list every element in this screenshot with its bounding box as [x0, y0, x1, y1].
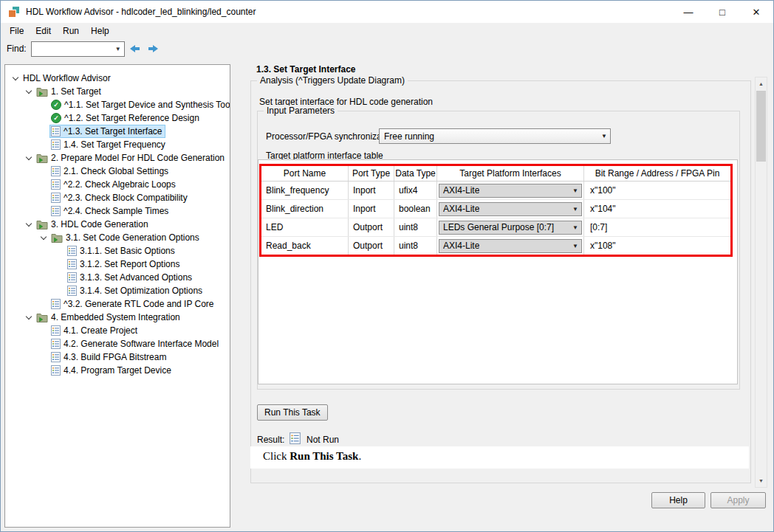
section-title: 1.3. Set Target Interface — [256, 64, 356, 75]
run-task-button[interactable]: Run This Task — [257, 404, 328, 421]
tree-node[interactable]: ✓ 2. Prepare Model For HDL Code Gener — [35, 151, 227, 165]
message-box: Click Run This Task. — [250, 446, 749, 469]
cell-bit-range: x"108" — [584, 237, 730, 255]
tree-node[interactable]: ✓ ^1.3. Set Target Interface — [49, 125, 165, 138]
chevron-down-icon[interactable] — [23, 311, 35, 323]
sync-dropdown[interactable]: Free running ▼ — [379, 128, 611, 144]
tree-node[interactable]: ✓ 3.1.3. Set Advanced Options — [66, 271, 195, 284]
interface-dropdown-value: AXI4-Lite — [443, 204, 479, 214]
interface-dropdown[interactable]: AXI4-Lite ▼ — [439, 202, 582, 216]
tree-item-label: 3.1.1. Set Basic Options — [80, 246, 175, 256]
tree-node[interactable]: ✓ 4.1. Create Project — [49, 324, 140, 337]
tree-item[interactable]: ✓ 1. Set Target — [5, 85, 230, 98]
tree-node[interactable]: ✓ 3.1. Set Code Generation Options — [49, 231, 202, 244]
find-next-button[interactable] — [145, 41, 162, 57]
cell-bit-range: x"104" — [584, 200, 730, 218]
find-label: Find: — [7, 44, 27, 54]
tree-node[interactable]: ✓ ^2.4. Check Sample Times — [49, 204, 171, 218]
dropdown-arrow-icon[interactable]: ▼ — [112, 46, 124, 52]
tree-item-label: ^2.2. Check Algebraic Loops — [64, 179, 176, 190]
message-bold: Run This Task — [290, 450, 358, 462]
help-button[interactable]: Help — [651, 492, 705, 508]
find-input[interactable] — [32, 43, 112, 55]
menu-edit[interactable]: Edit — [30, 24, 57, 38]
task-icon — [51, 339, 61, 349]
tree-item[interactable]: ✓ 4.3. Build FPGA Bitstream — [5, 350, 230, 364]
find-combobox[interactable]: ▼ — [31, 41, 125, 57]
tree-item[interactable]: ✓ 4.2. Generate Software Interface Mo — [5, 337, 230, 350]
tree-node[interactable]: ✓ 3.1.2. Set Report Options — [66, 258, 182, 271]
result-task-icon — [290, 432, 301, 446]
scroll-up-button[interactable]: ▲ — [756, 77, 767, 90]
input-parameters-legend: Input Parameters — [264, 106, 338, 116]
tree-node[interactable]: ✓ 3. HDL Code Generation — [35, 218, 151, 231]
menu-help[interactable]: Help — [85, 24, 115, 38]
tree-item-label: ^2.3. Check Block Compatibility — [64, 193, 188, 203]
tree-item[interactable]: ✓ HDL Workflow Advisor — [5, 72, 230, 85]
tree-item[interactable]: ✓ 2.1. Check Global Settings — [5, 165, 230, 178]
tree-item[interactable]: ✓ 3. HDL Code Generation — [5, 218, 230, 231]
tree-node[interactable]: ✓ 1.4. Set Target Frequency — [49, 138, 168, 151]
tree-item[interactable]: ✓ 3.1.3. Set Advanced Options — [5, 271, 230, 284]
tree-item[interactable]: ✓ ^1.2. Set Target Reference Design — [5, 111, 230, 125]
tree-item[interactable]: ✓ ^2.3. Check Block Compatibility — [5, 191, 230, 204]
tree-item[interactable]: ✓ 3.1.2. Set Report Options — [5, 258, 230, 271]
close-button[interactable]: ✕ — [739, 1, 773, 23]
tree-node[interactable]: ✓ 4.4. Program Target Device — [49, 364, 174, 377]
window-controls: — □ ✕ — [671, 1, 773, 23]
scroll-thumb[interactable] — [756, 91, 766, 162]
find-previous-button[interactable] — [127, 41, 143, 57]
tree-node[interactable]: ✓ HDL Workflow Advisor — [21, 72, 114, 85]
tree-item[interactable]: ✓ 3.1. Set Code Generation Options — [5, 231, 230, 244]
folder-icon — [36, 153, 48, 163]
dropdown-arrow-icon: ▼ — [598, 133, 610, 139]
tree-node[interactable]: ✓ 4.3. Build FPGA Bitstream — [49, 350, 169, 364]
tree-item[interactable]: ✓ ^2.4. Check Sample Times — [5, 204, 230, 218]
tree-node[interactable]: ✓ ^1.1. Set Target Device and Synthes — [49, 98, 230, 111]
task-icon — [51, 299, 61, 309]
tree-node[interactable]: ✓ ^1.2. Set Target Reference Design — [49, 111, 202, 125]
chevron-down-icon[interactable] — [23, 86, 35, 97]
maximize-button[interactable]: □ — [705, 1, 739, 23]
tree-node[interactable]: ✓ ^2.3. Check Block Compatibility — [49, 191, 191, 204]
interface-dropdown[interactable]: AXI4-Lite ▼ — [439, 184, 582, 198]
chevron-down-icon[interactable] — [38, 232, 49, 243]
chevron-down-icon[interactable] — [23, 218, 35, 230]
tree-node[interactable]: ✓ 4. Embedded System Integration — [35, 311, 183, 324]
tree-node[interactable]: ✓ 2.1. Check Global Settings — [49, 165, 171, 178]
tree-item[interactable]: ✓ 3.1.4. Set Optimization Options — [5, 284, 230, 297]
tree-item[interactable]: ✓ 4.4. Program Target Device — [5, 364, 230, 377]
tree-node[interactable]: ✓ 3.1.1. Set Basic Options — [66, 244, 178, 258]
task-icon — [51, 352, 61, 362]
tree-item[interactable]: ✓ 4.1. Create Project — [5, 324, 230, 337]
tree-node[interactable]: ✓ 4.2. Generate Software Interface Mo — [49, 337, 222, 350]
task-icon — [51, 365, 61, 376]
minimize-button[interactable]: — — [671, 1, 705, 23]
cell-port-name: Blink_direction — [261, 200, 349, 218]
tree-item[interactable]: ✓ 2. Prepare Model For HDL Code Gener — [5, 151, 230, 165]
tree-node[interactable]: ✓ ^2.2. Check Algebraic Loops — [49, 178, 179, 191]
menu-run[interactable]: Run — [57, 24, 85, 38]
tree-item[interactable]: ✓ ^1.3. Set Target Interface — [5, 125, 230, 138]
apply-button[interactable]: Apply — [710, 492, 766, 508]
tree-item[interactable]: ✓ ^2.2. Check Algebraic Loops — [5, 178, 230, 191]
tree-item[interactable]: ✓ 4. Embedded System Integration — [5, 311, 230, 324]
interface-dropdown[interactable]: LEDs General Purpose [0:7] ▼ — [439, 221, 582, 235]
tree-item-label: 3.1. Set Code Generation Options — [66, 232, 199, 243]
vertical-scrollbar[interactable]: ▲ ▼ — [755, 77, 767, 488]
tree-item[interactable]: ✓ ^3.2. Generate RTL Code and IP Core — [5, 297, 230, 311]
tree-item[interactable]: ✓ 3.1.1. Set Basic Options — [5, 244, 230, 258]
tree-item[interactable]: ✓ ^1.1. Set Target Device and Synthes — [5, 98, 230, 111]
tree-node[interactable]: ✓ 3.1.4. Set Optimization Options — [66, 284, 205, 297]
tree-node[interactable]: ✓ ^3.2. Generate RTL Code and IP Core — [49, 297, 217, 311]
tree-item-label: ^1.1. Set Target Device and Synthesis To… — [64, 100, 230, 110]
chevron-down-icon[interactable] — [10, 72, 21, 84]
workflow-tree: ✓ HDL Workflow Advisor — [4, 64, 230, 528]
menu-file[interactable]: File — [4, 24, 30, 38]
scroll-down-button[interactable]: ▼ — [756, 474, 767, 487]
tree-item[interactable]: ✓ 1.4. Set Target Frequency — [5, 138, 230, 151]
tree-node[interactable]: ✓ 1. Set Target — [35, 85, 104, 98]
chevron-down-icon[interactable] — [23, 152, 35, 164]
cell-port-name: Read_back — [261, 237, 349, 255]
interface-dropdown[interactable]: AXI4-Lite ▼ — [439, 239, 582, 253]
